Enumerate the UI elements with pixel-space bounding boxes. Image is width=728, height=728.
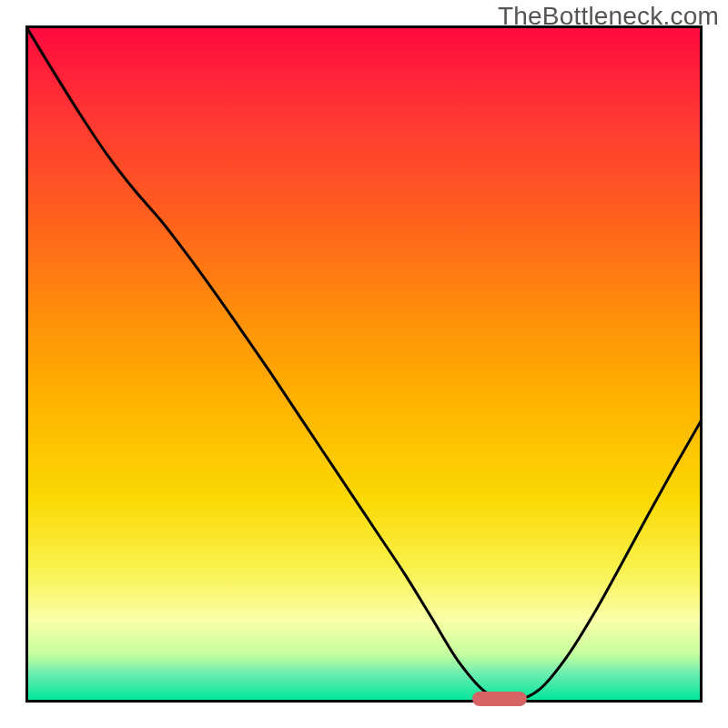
plot-area [25, 25, 703, 703]
watermark-text: TheBottleneck.com [498, 2, 719, 31]
axes-border [27, 27, 702, 702]
optimal-marker [472, 692, 527, 706]
chart-frame: TheBottleneck.com [0, 0, 728, 728]
bottleneck-curve [25, 25, 703, 701]
curve-layer [25, 25, 703, 703]
